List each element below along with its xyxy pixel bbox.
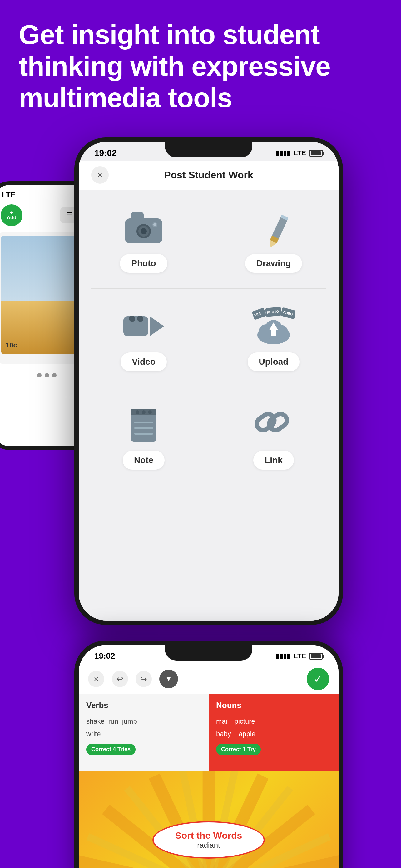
- photo-icon: [122, 209, 166, 247]
- svg-rect-20: [131, 412, 156, 442]
- phone-main: 19:02 ▮▮▮▮ LTE × Post Student Work: [74, 137, 343, 625]
- close-button[interactable]: ×: [91, 166, 109, 184]
- sort-words-title: Sort the Words: [175, 830, 242, 841]
- svg-point-24: [148, 410, 152, 414]
- svg-point-22: [136, 410, 139, 414]
- link-label: Link: [253, 451, 294, 470]
- svg-rect-4: [123, 316, 148, 336]
- battery-icon-bottom: [309, 653, 323, 660]
- lte-bottom: LTE: [294, 652, 306, 660]
- link-option[interactable]: Link: [209, 387, 338, 485]
- signal-bars-bottom: ▮▮▮▮: [275, 652, 291, 660]
- verbs-badge: Correct 4 Tries: [86, 744, 136, 755]
- video-icon: [122, 307, 166, 345]
- card-price: 10c: [6, 341, 17, 349]
- drawing-label: Drawing: [245, 254, 302, 273]
- comic-area: Sort the Words radiant • • • • • •: [79, 771, 338, 868]
- options-grid: Photo Drawin: [79, 190, 338, 485]
- status-signal-left: LTE: [2, 191, 15, 199]
- status-time-bottom: 19:02: [94, 651, 115, 661]
- phone-bottom: 19:02 ▮▮▮▮ LTE × ↩ ↪ ▼ ✓ Verbs shake run…: [74, 641, 343, 868]
- svg-rect-25: [134, 422, 153, 423]
- note-icon: [122, 406, 166, 443]
- drawing-option[interactable]: Drawing: [209, 190, 338, 288]
- list-view-icon[interactable]: ☰: [64, 210, 75, 221]
- dropdown-button[interactable]: ▼: [159, 670, 178, 688]
- note-label: Note: [123, 451, 165, 470]
- upload-option[interactable]: FILE PHOTO VIDEO: [209, 289, 338, 387]
- svg-point-5: [129, 316, 135, 322]
- svg-point-17: [274, 325, 288, 339]
- photo-option[interactable]: Photo: [79, 190, 209, 288]
- video-label: Video: [121, 352, 167, 371]
- redo-button[interactable]: ↪: [136, 671, 152, 687]
- notch-bottom: [165, 645, 252, 660]
- status-icons: ▮▮▮▮ LTE: [275, 149, 323, 157]
- svg-rect-19: [271, 329, 276, 336]
- link-icon: [252, 406, 295, 443]
- nouns-badge: Correct 1 Try: [216, 744, 261, 755]
- undo-button[interactable]: ↩: [112, 671, 128, 687]
- note-option[interactable]: Note: [79, 387, 209, 485]
- sort-words-oval: Sort the Words radiant: [153, 821, 265, 859]
- bottom-content: Verbs shake run jumpwrite Correct 4 Trie…: [79, 694, 338, 868]
- confirm-button[interactable]: ✓: [307, 668, 329, 690]
- battery-icon-main: [309, 150, 323, 157]
- signal-bars-icon: ▮▮▮▮: [275, 149, 291, 157]
- drawing-icon: [252, 209, 295, 247]
- nouns-title: Nouns: [216, 701, 331, 710]
- notch: [165, 142, 252, 157]
- add-button[interactable]: + Add: [1, 204, 23, 226]
- status-icons-bottom: ▮▮▮▮ LTE: [275, 652, 323, 660]
- upload-icon: FILE PHOTO VIDEO: [252, 307, 295, 345]
- verbs-title: Verbs: [86, 701, 201, 710]
- close-button-bottom[interactable]: ×: [88, 671, 104, 687]
- sort-words-subtitle: radiant: [197, 841, 220, 849]
- upload-label: Upload: [248, 352, 300, 371]
- hero-heading: Get insight into student thinking with e…: [19, 19, 382, 114]
- lte-label: LTE: [294, 149, 306, 157]
- video-option[interactable]: Video: [79, 289, 209, 387]
- bottom-toolbar: × ↩ ↪ ▼ ✓: [79, 664, 338, 694]
- nouns-words: mail picturebaby apple: [216, 715, 331, 740]
- nav-title: Post Student Work: [109, 169, 326, 181]
- svg-rect-26: [134, 427, 153, 429]
- svg-point-23: [142, 410, 145, 414]
- svg-point-6: [137, 316, 143, 322]
- photo-label: Photo: [120, 254, 167, 273]
- svg-marker-7: [149, 316, 164, 336]
- svg-rect-27: [134, 433, 153, 435]
- verbs-words: shake run jumpwrite: [86, 715, 201, 740]
- status-time: 19:02: [94, 148, 117, 158]
- nav-bar: × Post Student Work: [79, 161, 338, 190]
